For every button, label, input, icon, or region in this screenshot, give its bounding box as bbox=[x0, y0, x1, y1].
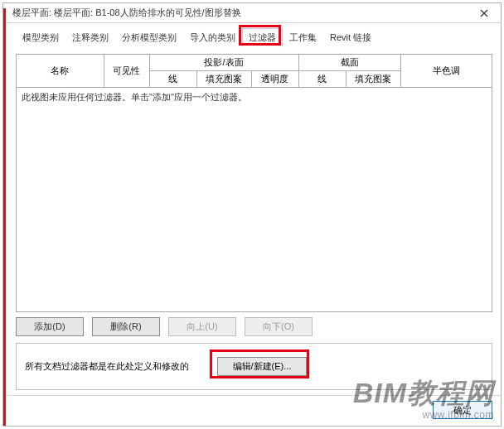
tab-worksets[interactable]: 工作集 bbox=[283, 28, 323, 47]
col-proj-transparency: 透明度 bbox=[251, 71, 298, 88]
move-up-button: 向上(U) bbox=[168, 317, 236, 336]
close-icon bbox=[480, 9, 488, 17]
col-proj-pattern: 填充图案 bbox=[196, 71, 251, 88]
tab-analytical-categories[interactable]: 分析模型类别 bbox=[115, 28, 183, 47]
move-down-button: 向下(O) bbox=[245, 317, 313, 336]
dialog-title: 楼层平面: 楼层平面: B1-08人防给排水的可见性/图形替换 bbox=[12, 7, 471, 19]
col-cut-group: 截面 bbox=[298, 55, 400, 71]
filter-button-row: 添加(D) 删除(R) 向上(U) 向下(O) bbox=[16, 312, 492, 343]
table-empty-message: 此视图未应用任何过滤器。单击"添加"应用一个过滤器。 bbox=[17, 88, 492, 311]
tab-imported-categories[interactable]: 导入的类别 bbox=[183, 28, 242, 47]
edit-new-button[interactable]: 编辑/新建(E)... bbox=[217, 357, 307, 376]
col-halftone: 半色调 bbox=[400, 55, 492, 88]
tab-annotation-categories[interactable]: 注释类别 bbox=[65, 28, 115, 47]
edit-filters-panel: 所有文档过滤器都是在此处定义和修改的 编辑/新建(E)... bbox=[16, 343, 492, 390]
tab-revit-links[interactable]: Revit 链接 bbox=[323, 28, 378, 47]
table-header: 名称 可见性 投影/表面 截面 半色调 线 填充图案 透明度 线 填充图案 bbox=[17, 55, 492, 88]
dialog-titlebar: 楼层平面: 楼层平面: B1-08人防给排水的可见性/图形替换 bbox=[7, 3, 501, 23]
col-cut-line: 线 bbox=[298, 71, 346, 88]
col-name: 名称 bbox=[17, 55, 104, 88]
col-proj-line: 线 bbox=[149, 71, 196, 88]
close-button[interactable] bbox=[471, 5, 497, 22]
edit-panel-caption: 所有文档过滤器都是在此处定义和修改的 bbox=[25, 360, 189, 373]
tab-filters[interactable]: 过滤器 bbox=[242, 28, 283, 47]
col-projection-group: 投影/表面 bbox=[149, 55, 298, 71]
tab-content: 名称 可见性 投影/表面 截面 半色调 线 填充图案 透明度 线 填充图案 此视… bbox=[7, 47, 501, 395]
add-button[interactable]: 添加(D) bbox=[16, 317, 84, 336]
filters-table: 名称 可见性 投影/表面 截面 半色调 线 填充图案 透明度 线 填充图案 此视… bbox=[16, 54, 492, 312]
tab-model-categories[interactable]: 模型类别 bbox=[16, 28, 65, 47]
dialog-footer: 确定 bbox=[7, 395, 501, 426]
col-visibility: 可见性 bbox=[104, 55, 149, 88]
decorative-strip bbox=[3, 8, 6, 426]
visibility-graphics-dialog: 楼层平面: 楼层平面: B1-08人防给排水的可见性/图形替换 模型类别 注释类… bbox=[7, 3, 501, 426]
ok-button[interactable]: 确定 bbox=[433, 401, 492, 419]
remove-button[interactable]: 删除(R) bbox=[92, 317, 160, 336]
tab-strip: 模型类别 注释类别 分析模型类别 导入的类别 过滤器 工作集 Revit 链接 bbox=[7, 23, 501, 47]
col-cut-pattern: 填充图案 bbox=[346, 71, 400, 88]
